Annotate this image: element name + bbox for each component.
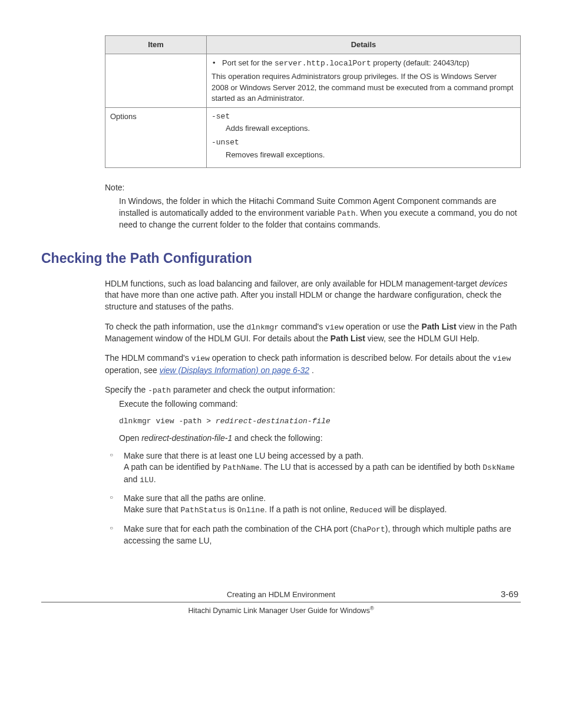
page-number: 3-69 (483, 588, 518, 600)
note-label: Note: (105, 182, 521, 194)
check-list: Make sure that there is at least one LU … (105, 450, 521, 547)
table-row: Options -set Adds firewall exceptions. -… (105, 107, 521, 167)
specify-path-para: Specify the -path parameter and check th… (105, 384, 521, 396)
view-operation-link[interactable]: view (Displays Information) on page 6-32 (160, 365, 309, 375)
list-item: Make sure that there is at least one LU … (124, 450, 521, 486)
firewall-exceptions-table: Item Details Port set for the server.htt… (105, 35, 521, 168)
table-header-details: Details (207, 36, 521, 54)
option-unset-code: -unset (211, 137, 515, 148)
intro-para-3: The HDLM command's view operation to che… (105, 353, 521, 376)
option-set-desc: Adds firewall exceptions. (211, 123, 515, 134)
footer-chapter: Creating an HDLM Environment (79, 589, 483, 600)
table-row: Port set for the server.http.localPort p… (105, 54, 521, 108)
execute-command-text: Execute the following command: (119, 398, 521, 410)
list-item: Make sure that all the paths are online.… (124, 493, 521, 516)
port-bullet: Port set for the server.http.localPort p… (211, 58, 515, 69)
note-block: Note: In Windows, the folder in which th… (105, 182, 521, 231)
option-set-code: -set (211, 111, 515, 122)
command-example: dlnkmgr view -path > redirect-destinatio… (119, 416, 521, 427)
options-cell: Options (105, 107, 207, 167)
intro-para-2: To check the path information, use the d… (105, 321, 521, 345)
table-header-item: Item (105, 36, 207, 54)
footer-book-title: Hitachi Dynamic Link Manager User Guide … (41, 605, 521, 617)
option-unset-desc: Removes firewall exceptions. (211, 150, 515, 160)
open-file-text: Open redirect-destination-file-1 and che… (119, 433, 521, 444)
note-body: In Windows, the folder in which the Hita… (119, 196, 521, 230)
admin-privileges-text: This operation requires Administrators g… (211, 71, 515, 104)
page-footer: Creating an HDLM Environment 3-69 Hitach… (41, 588, 521, 617)
list-item: Make sure that for each path the combina… (124, 523, 521, 547)
intro-para-1: HDLM functions, such as load balancing a… (105, 278, 521, 313)
section-heading: Checking the Path Configuration (41, 249, 521, 268)
